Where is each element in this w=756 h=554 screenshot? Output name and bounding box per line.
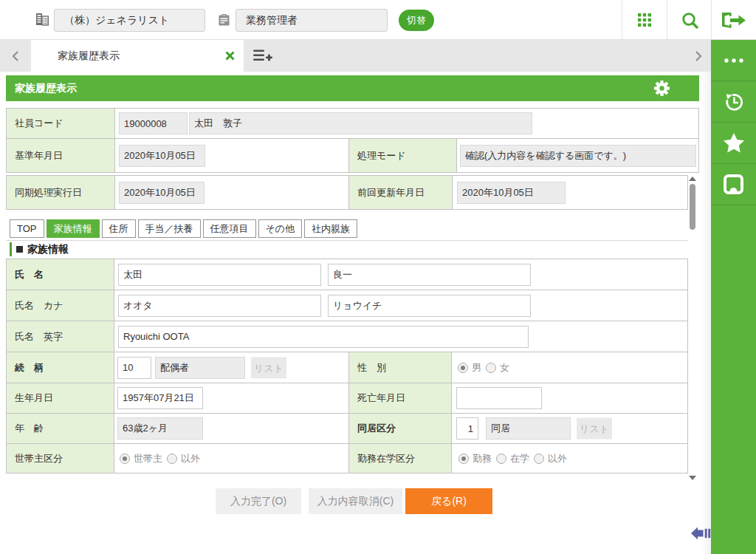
gender-female-radio[interactable] bbox=[486, 363, 496, 373]
householder-other-radio[interactable] bbox=[167, 454, 177, 464]
form-row: 年 齢 同居区分 リスト bbox=[7, 414, 688, 444]
logout-icon bbox=[721, 13, 746, 28]
apps-grid-icon bbox=[638, 13, 651, 27]
family-name-kana-input[interactable] bbox=[118, 295, 321, 317]
employee-name-input[interactable] bbox=[189, 112, 532, 134]
death-date-label: 死亡年月日 bbox=[349, 383, 452, 414]
screen-title: 家族履歴表示 bbox=[15, 75, 77, 101]
scroll-down-arrow-icon[interactable] bbox=[689, 476, 696, 480]
name-roman-input[interactable] bbox=[118, 326, 529, 348]
more-ellipsis-icon bbox=[724, 58, 743, 63]
work-school-school-label: 在学 bbox=[510, 452, 529, 465]
age-input[interactable] bbox=[117, 417, 203, 440]
category-tab-address[interactable]: 住所 bbox=[102, 219, 136, 238]
scroll-up-arrow-icon[interactable] bbox=[689, 177, 696, 181]
category-tab-top[interactable]: TOP bbox=[10, 219, 44, 238]
history-icon bbox=[724, 92, 744, 112]
sidebar-history-button[interactable] bbox=[711, 81, 756, 123]
company-input[interactable] bbox=[54, 9, 205, 32]
process-mode-label: 処理モード bbox=[349, 139, 457, 173]
category-tab-relatives[interactable]: 社内親族 bbox=[304, 219, 357, 238]
relationship-code-input[interactable] bbox=[117, 357, 151, 379]
role-clipboard-icon bbox=[219, 14, 230, 26]
category-tab-family[interactable]: 家族情報 bbox=[47, 219, 100, 238]
right-sidebar bbox=[711, 40, 756, 554]
given-name-kana-input[interactable] bbox=[328, 295, 531, 317]
living-together-name-input[interactable] bbox=[486, 417, 571, 440]
work-school-cell: 勤務 在学 以外 bbox=[452, 444, 688, 473]
section-title: 家族情報 bbox=[27, 243, 69, 256]
work-school-school-radio[interactable] bbox=[496, 454, 506, 464]
sidebar-favorites-button[interactable] bbox=[711, 123, 756, 164]
birth-date-label: 生年月日 bbox=[7, 383, 114, 414]
switch-button[interactable]: 切替 bbox=[399, 10, 434, 31]
slide-panel-arrow-icon[interactable] bbox=[691, 525, 711, 541]
apps-menu-button[interactable] bbox=[622, 0, 667, 40]
employee-code-cell bbox=[115, 109, 699, 139]
sidebar-comment-button[interactable] bbox=[711, 164, 756, 205]
input-complete-button[interactable]: 入力完了(O) bbox=[216, 488, 301, 514]
gender-label: 性 別 bbox=[349, 352, 452, 383]
scrollbar-thumb[interactable] bbox=[690, 184, 695, 230]
family-name-input[interactable] bbox=[118, 264, 321, 286]
new-tab-button[interactable] bbox=[251, 47, 275, 65]
gender-male-radio[interactable] bbox=[458, 363, 468, 373]
name-roman-label: 氏名 英字 bbox=[7, 321, 114, 352]
favorite-star-icon bbox=[724, 133, 744, 153]
gender-female-label: 女 bbox=[500, 361, 509, 375]
relationship-list-button[interactable]: リスト bbox=[251, 357, 286, 378]
form-row: 生年月日 死亡年月日 bbox=[7, 383, 688, 414]
sync-exec-date-cell bbox=[115, 176, 349, 210]
category-tab-other[interactable]: その他 bbox=[258, 219, 303, 238]
content-edge-shade bbox=[701, 72, 711, 554]
given-name-input[interactable] bbox=[328, 264, 531, 286]
input-cancel-button[interactable]: 入力内容取消(C) bbox=[309, 488, 402, 514]
name-label: 氏 名 bbox=[7, 259, 114, 290]
householder-label: 世帯主区分 bbox=[7, 444, 114, 473]
vertical-scrollbar[interactable] bbox=[688, 175, 697, 482]
base-date-input[interactable] bbox=[119, 145, 205, 167]
sidebar-more-button[interactable] bbox=[711, 40, 756, 81]
app-header: 切替 bbox=[0, 0, 756, 40]
back-button[interactable]: 戻る(R) bbox=[405, 488, 492, 514]
birth-date-input[interactable] bbox=[117, 387, 203, 409]
work-school-other-radio[interactable] bbox=[534, 454, 544, 464]
last-update-date-cell bbox=[453, 176, 688, 210]
category-tab-optional[interactable]: 任意項目 bbox=[203, 219, 256, 238]
living-together-list-button[interactable]: リスト bbox=[577, 418, 612, 440]
category-tab-allowance[interactable]: 手当／扶養 bbox=[138, 219, 201, 238]
sync-exec-date-input[interactable] bbox=[119, 182, 205, 204]
death-date-input[interactable] bbox=[456, 387, 542, 409]
application-window: 切替 bbox=[0, 0, 756, 554]
base-date-label: 基準年月日 bbox=[7, 139, 115, 173]
company-building-icon bbox=[35, 13, 49, 26]
living-together-label: 同居区分 bbox=[349, 414, 452, 444]
employee-code-input[interactable] bbox=[119, 112, 188, 134]
document-tab-active[interactable]: 家族履歴表示 bbox=[31, 40, 244, 72]
form-row: 社員コード bbox=[7, 109, 699, 139]
death-date-cell bbox=[452, 383, 688, 414]
process-mode-cell bbox=[457, 139, 699, 173]
document-tab-label: 家族履歴表示 bbox=[58, 40, 120, 72]
form-row: 氏 名 bbox=[7, 259, 688, 290]
tab-scroll-left-button[interactable] bbox=[0, 40, 31, 72]
tab-scroll-right-button[interactable] bbox=[685, 40, 711, 72]
header-info-table: 社員コード 基準年月日 処理モード bbox=[6, 108, 699, 173]
gender-male-label: 男 bbox=[472, 361, 481, 375]
last-update-date-input[interactable] bbox=[457, 182, 566, 204]
householder-self-radio[interactable] bbox=[120, 454, 130, 464]
living-together-code-input[interactable] bbox=[456, 417, 478, 440]
logout-button[interactable] bbox=[711, 0, 756, 40]
search-button[interactable] bbox=[667, 0, 712, 40]
form-row: 氏名 カナ bbox=[7, 290, 688, 321]
search-icon bbox=[681, 12, 698, 29]
role-input[interactable] bbox=[236, 9, 388, 32]
screen-content: 家族履歴表示 bbox=[0, 72, 711, 554]
tab-close-icon[interactable] bbox=[224, 50, 236, 61]
work-school-working-radio[interactable] bbox=[458, 454, 469, 464]
birth-date-cell bbox=[114, 383, 349, 414]
relationship-name-input[interactable] bbox=[155, 357, 245, 379]
process-mode-input[interactable] bbox=[460, 145, 696, 167]
form-row: 世帯主区分 世帯主 以外 勤務在学区分 勤務 在学 bbox=[7, 444, 688, 473]
settings-gear-icon[interactable] bbox=[653, 80, 670, 97]
